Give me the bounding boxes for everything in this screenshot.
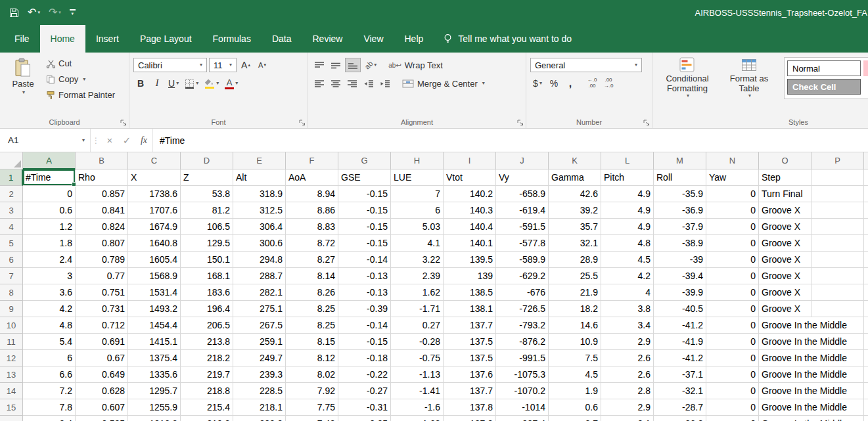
cell-filler[interactable]	[864, 284, 868, 301]
cell-I3[interactable]: 140.3	[444, 202, 496, 219]
cell-C3[interactable]: 1707.6	[128, 202, 181, 219]
cell-G14[interactable]: -0.27	[338, 383, 391, 399]
cell-H5[interactable]: 4.1	[391, 235, 444, 252]
tab-data[interactable]: Data	[262, 25, 302, 53]
cell-O6[interactable]: Groove X	[759, 252, 811, 268]
cell-C16[interactable]: 1216.2	[128, 416, 181, 421]
tell-me-box[interactable]: Tell me what you want to do	[434, 25, 581, 53]
cell-B7[interactable]: 0.77	[76, 268, 128, 284]
cell-O4[interactable]: Groove X	[759, 219, 811, 235]
cell-C5[interactable]: 1640.8	[128, 235, 181, 252]
cell-N16[interactable]: 0	[706, 416, 759, 421]
cell-I14[interactable]: 137.7	[444, 383, 496, 399]
borders-button[interactable]: ▾	[183, 76, 200, 91]
cell-A11[interactable]: 5.4	[23, 334, 76, 350]
column-header-G[interactable]: G	[338, 152, 391, 169]
cell-F2[interactable]: 8.94	[286, 186, 338, 202]
format-painter-button[interactable]: Format Painter	[43, 87, 118, 102]
cell-B8[interactable]: 0.751	[76, 284, 128, 301]
cell-P4[interactable]	[811, 219, 864, 235]
cell-B14[interactable]: 0.628	[76, 383, 128, 399]
cell-K9[interactable]: 18.2	[549, 301, 601, 317]
cell-I4[interactable]: 140.4	[444, 219, 496, 235]
cell-P2[interactable]	[811, 186, 864, 202]
cell-K1[interactable]: Gamma	[549, 169, 601, 186]
cell-D11[interactable]: 213.8	[181, 334, 233, 350]
cell-O14[interactable]: Groove In the Middle	[759, 383, 811, 399]
align-right-button[interactable]	[345, 76, 359, 91]
insert-function-button[interactable]: fx	[135, 129, 152, 152]
cell-D7[interactable]: 168.1	[181, 268, 233, 284]
cell-F5[interactable]: 8.72	[286, 235, 338, 252]
cell-N9[interactable]: 0	[706, 301, 759, 317]
cell-H11[interactable]: -0.28	[391, 334, 444, 350]
cell-G16[interactable]: -0.25	[338, 416, 391, 421]
cell-L1[interactable]: Pitch	[601, 169, 654, 186]
cell-A9[interactable]: 4.2	[23, 301, 76, 317]
cell-J5[interactable]: -577.8	[496, 235, 549, 252]
cell-G12[interactable]: -0.18	[338, 350, 391, 366]
cell-O15[interactable]: Groove In the Middle	[759, 399, 811, 416]
cell-H15[interactable]: -1.6	[391, 399, 444, 416]
customize-quick-access-button[interactable]: ▾	[70, 9, 76, 16]
cell-H10[interactable]: 0.27	[391, 317, 444, 334]
cell-C7[interactable]: 1568.9	[128, 268, 181, 284]
cell-I8[interactable]: 138.5	[444, 284, 496, 301]
cell-L15[interactable]: 2.9	[601, 399, 654, 416]
cell-J8[interactable]: -676	[496, 284, 549, 301]
decrease-font-size-button[interactable]: A▾	[255, 58, 269, 72]
cell-A13[interactable]: 6.6	[23, 366, 76, 383]
cell-I5[interactable]: 140.1	[444, 235, 496, 252]
undo-button[interactable]: ↶ ▾	[28, 7, 40, 18]
cell-G5[interactable]: -0.15	[338, 235, 391, 252]
cell-filler[interactable]	[864, 317, 868, 334]
cell-O5[interactable]: Groove X	[759, 235, 811, 252]
cell-C8[interactable]: 1531.4	[128, 284, 181, 301]
cell-D5[interactable]: 129.5	[181, 235, 233, 252]
paste-button[interactable]: Paste ▾	[4, 56, 42, 116]
tab-insert[interactable]: Insert	[85, 25, 129, 53]
number-format-combo[interactable]: General ▾	[530, 58, 642, 72]
cell-F1[interactable]: AoA	[286, 169, 338, 186]
cell-E7[interactable]: 288.7	[233, 268, 286, 284]
font-dialog-launcher[interactable]	[299, 120, 306, 126]
increase-font-size-button[interactable]: A▴	[239, 58, 253, 72]
cell-B15[interactable]: 0.607	[76, 399, 128, 416]
cell-L8[interactable]: 4	[601, 284, 654, 301]
cell-A5[interactable]: 1.8	[23, 235, 76, 252]
cell-B13[interactable]: 0.649	[76, 366, 128, 383]
format-as-table-button[interactable]: Format as Table ▾	[718, 56, 780, 116]
column-header-L[interactable]: L	[601, 152, 654, 169]
cell-B2[interactable]: 0.857	[76, 186, 128, 202]
column-header-C[interactable]: C	[128, 152, 181, 169]
cell-D4[interactable]: 106.5	[181, 219, 233, 235]
cell-L6[interactable]: 4.5	[601, 252, 654, 268]
cell-F9[interactable]: 8.25	[286, 301, 338, 317]
cell-C12[interactable]: 1375.4	[128, 350, 181, 366]
cell-B16[interactable]: 0.585	[76, 416, 128, 421]
cell-N2[interactable]: 0	[706, 186, 759, 202]
cell-D15[interactable]: 215.4	[181, 399, 233, 416]
wrap-text-button[interactable]: ab↩ Wrap Text	[386, 58, 445, 73]
cell-E15[interactable]: 218.1	[233, 399, 286, 416]
cell-B12[interactable]: 0.67	[76, 350, 128, 366]
cell-E16[interactable]: 208.2	[233, 416, 286, 421]
column-header-B[interactable]: B	[76, 152, 128, 169]
cell-M9[interactable]: -40.5	[654, 301, 706, 317]
cell-B9[interactable]: 0.731	[76, 301, 128, 317]
cell-A15[interactable]: 7.8	[23, 399, 76, 416]
cell-A2[interactable]: 0	[23, 186, 76, 202]
row-header-1[interactable]: 1	[0, 169, 23, 186]
cell-C10[interactable]: 1454.4	[128, 317, 181, 334]
orientation-button[interactable]: ab ▾	[363, 58, 378, 72]
cell-A14[interactable]: 7.2	[23, 383, 76, 399]
cell-F16[interactable]: 7.43	[286, 416, 338, 421]
column-header-N[interactable]: N	[706, 152, 759, 169]
copy-button[interactable]: Copy ▾	[43, 72, 118, 87]
cell-M1[interactable]: Roll	[654, 169, 706, 186]
cell-D9[interactable]: 196.4	[181, 301, 233, 317]
cell-N12[interactable]: 0	[706, 350, 759, 366]
cell-filler[interactable]	[864, 219, 868, 235]
cell-C6[interactable]: 1605.4	[128, 252, 181, 268]
column-header-D[interactable]: D	[181, 152, 233, 169]
